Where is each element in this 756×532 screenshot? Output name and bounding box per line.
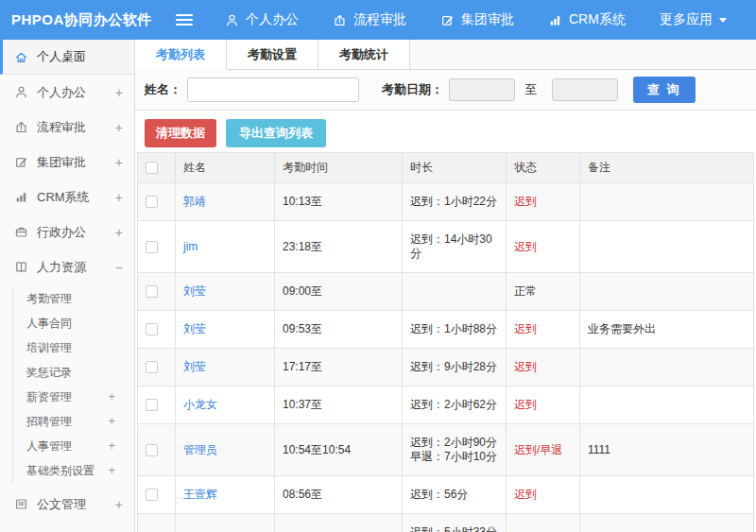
sidebar-subitem-hr-contract[interactable]: 人事合同 [0, 311, 134, 335]
table-row: jim23:18至迟到：14小时30分迟到 [138, 221, 754, 273]
row-checkbox[interactable] [146, 196, 158, 208]
duration-line: 迟到：5小时33分 [410, 525, 498, 532]
row-checkbox[interactable] [146, 323, 158, 335]
sidebar-item-label: 人力资源 [37, 259, 86, 276]
sidebar-item-crm[interactable]: CRM系统+ [0, 180, 134, 215]
sidebar-subitem-recruit[interactable]: 招聘管理+ [0, 409, 134, 434]
sidebar-item-vehicle[interactable]: 用车管理+ [0, 522, 134, 532]
user-icon [225, 13, 239, 27]
cell-status: 迟到 [507, 311, 580, 349]
cell-status: 迟到/早退 [507, 514, 580, 532]
row-checkbox[interactable] [146, 361, 158, 373]
sidebar-item-document[interactable]: 公文管理+ [0, 487, 134, 522]
status-badge: 正常 [514, 284, 537, 298]
sidebar-subitem-label: 薪资管理 [26, 385, 72, 409]
sidebar-subitem-base-category[interactable]: 基础类别设置+ [0, 458, 134, 483]
sidebar-subitem-attendance[interactable]: 考勤管理 [0, 286, 134, 311]
cell-status: 正常 [507, 273, 580, 311]
edit-icon [440, 13, 455, 27]
sidebar-subitem-training[interactable]: 培训管理 [0, 335, 134, 360]
cell-remark [580, 386, 754, 424]
cell-duration: 迟到：56分 [403, 476, 507, 514]
column-header: 姓名 [176, 153, 275, 183]
table-row: 王壹辉08:56至迟到：56分迟到 [138, 476, 754, 514]
cell-duration [403, 273, 507, 311]
nav-item-group-approval[interactable]: 集团审批 [440, 11, 514, 28]
sidebar-subitem-salary[interactable]: 薪资管理+ [0, 385, 134, 409]
sidebar-subitem-label: 人事管理 [26, 434, 72, 458]
employee-name-link[interactable]: 管理员 [183, 443, 217, 456]
content-area: 考勤列表考勤设置考勤统计 姓名： 考勤日期： 至 查 询 清理数据 导出查询列表 [135, 40, 756, 532]
caret-down-icon [719, 18, 727, 26]
export-list-button[interactable]: 导出查询列表 [226, 119, 326, 147]
status-badge: 迟到 [514, 398, 537, 411]
tab-attendance-settings[interactable]: 考勤设置 [227, 40, 318, 69]
name-filter-label: 姓名： [145, 81, 181, 98]
cell-remark [580, 349, 754, 386]
employee-name-link[interactable]: jim [183, 240, 198, 253]
sidebar-item-personal-desktop[interactable]: 个人桌面 [0, 40, 134, 75]
sidebar-subitem-rewards[interactable]: 奖惩记录 [0, 360, 134, 385]
name-filter-input[interactable] [187, 77, 359, 102]
cell-remark [580, 221, 754, 273]
search-button[interactable]: 查 询 [633, 77, 696, 103]
sidebar-item-workflow-approval[interactable]: 流程审批+ [0, 110, 134, 145]
sidebar-item-label: 行政办公 [37, 224, 86, 241]
clear-data-button[interactable]: 清理数据 [145, 119, 216, 147]
top-nav: PHPOA协同办公软件 个人办公流程审批集团审批CRM系统更多应用 [0, 0, 756, 40]
row-checkbox[interactable] [146, 444, 158, 456]
cell-status: 迟到 [507, 386, 580, 424]
sidebar-item-personal-office[interactable]: 个人办公+ [0, 75, 134, 110]
cell-duration: 迟到：1小时88分 [403, 311, 507, 349]
expand-icon: + [115, 120, 123, 135]
column-header: 考勤时间 [275, 153, 403, 183]
employee-name-link[interactable]: 刘莹 [183, 284, 206, 298]
nav-item-personal-office[interactable]: 个人办公 [225, 11, 299, 28]
employee-name-link[interactable]: 郭靖 [183, 195, 206, 208]
employee-name-link[interactable]: 小龙女 [183, 398, 217, 411]
expand-icon: + [115, 225, 123, 240]
tab-attendance-list[interactable]: 考勤列表 [135, 40, 227, 70]
row-checkbox[interactable] [146, 285, 158, 298]
row-checkbox[interactable] [146, 489, 158, 501]
sidebar-item-admin-office[interactable]: 行政办公+ [0, 215, 134, 249]
duration-line: 迟到：9小时28分 [410, 360, 498, 374]
sidebar-item-group-approval[interactable]: 集团审批+ [0, 145, 134, 180]
nav-item-workflow-approval[interactable]: 流程审批 [333, 11, 406, 28]
cell-remark [580, 514, 754, 532]
nav-item-crm[interactable]: CRM系统 [548, 11, 626, 28]
row-checkbox[interactable] [146, 241, 158, 253]
duration-line: 迟到：2小时62分 [410, 398, 498, 412]
select-all-checkbox[interactable] [146, 162, 158, 174]
cell-duration: 迟到：2小时62分 [403, 386, 507, 424]
duration-line: 早退：7小时10分 [410, 450, 498, 464]
cell-status: 迟到/早退 [507, 424, 580, 476]
sidebar-subitem-personnel[interactable]: 人事管理+ [0, 434, 134, 458]
cell-time: 09:53至 [275, 311, 403, 349]
employee-name-link[interactable]: 刘莹 [183, 322, 206, 335]
duration-line: 迟到：1小时22分 [410, 195, 498, 209]
date-from-input[interactable] [449, 78, 515, 101]
status-badge: 迟到/早退 [514, 443, 562, 456]
expand-icon: + [115, 85, 123, 100]
row-checkbox[interactable] [146, 399, 158, 411]
filter-bar: 姓名： 考勤日期： 至 查 询 [135, 70, 756, 111]
app-window: PHPOA协同办公软件 个人办公流程审批集团审批CRM系统更多应用 个人桌面个人… [0, 0, 756, 532]
column-header: 状态 [507, 153, 580, 183]
nav-item-more-apps[interactable]: 更多应用 [660, 11, 727, 28]
cell-name: 刘莹 [176, 349, 275, 386]
expand-icon: + [108, 458, 115, 483]
menu-icon[interactable] [176, 11, 195, 28]
status-badge: 迟到 [514, 360, 537, 373]
sidebar-subitem-label: 基础类别设置 [26, 458, 94, 483]
briefcase-icon [14, 225, 28, 239]
tab-attendance-stats[interactable]: 考勤统计 [318, 40, 410, 69]
sidebar-subitem-label: 招聘管理 [26, 409, 72, 434]
sidebar-item-hr[interactable]: 人力资源− [0, 249, 134, 284]
employee-name-link[interactable]: 刘莹 [183, 360, 206, 373]
expand-icon: + [115, 190, 123, 205]
employee-name-link[interactable]: 王壹辉 [183, 488, 217, 501]
date-to-input[interactable] [552, 78, 618, 101]
cell-status: 迟到 [507, 183, 580, 221]
cell-duration: 迟到：5小时33分早退：4小时67分 [403, 514, 507, 532]
